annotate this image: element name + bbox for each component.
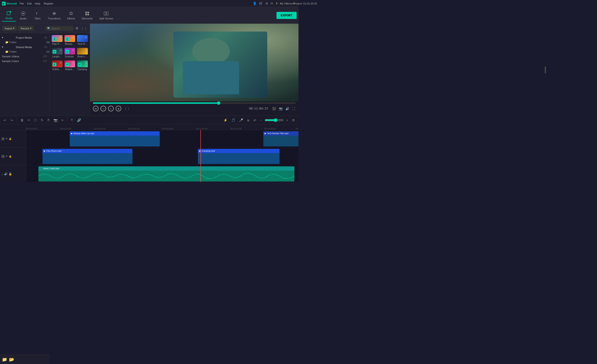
svg-rect-11 (104, 12, 106, 15)
media-item-skateboard[interactable]: ✓ ⊞ Skateboarding (64, 60, 75, 71)
svg-rect-10 (87, 14, 89, 16)
link-button[interactable]: 🔗 (76, 118, 82, 123)
view-button[interactable]: ⋮⋮ (80, 26, 87, 31)
tab-audio[interactable]: Audio (16, 9, 30, 21)
track-eye-icon-1[interactable]: 👁 (5, 137, 8, 140)
rotate-button[interactable]: ↻ (39, 118, 45, 123)
media-thumb-beauty: ✓ ⊞ (64, 35, 75, 42)
shared-media-label: Shared Media (16, 46, 32, 48)
wave-visual (70, 135, 160, 146)
bracket-left: { (125, 107, 126, 110)
menu-help[interactable]: Help (35, 2, 40, 5)
svg-rect-2 (7, 12, 10, 15)
media-item-surprise[interactable]: ✓ ⊞ Surprise (64, 48, 75, 59)
frame-back-button[interactable]: ◁ (101, 106, 106, 111)
record-button[interactable]: Record ▾ (18, 26, 34, 31)
tab-elements[interactable]: Elements (79, 9, 96, 21)
preview-tools: { } (125, 107, 129, 110)
redo-button[interactable]: ↪ (9, 118, 14, 123)
media-item-noodles[interactable]: ⊞ Bowl of Noodles (77, 48, 88, 59)
shared-folder-count: (0) (47, 50, 49, 53)
delete-button[interactable]: 🗑 (19, 118, 25, 123)
media-item-gaming[interactable]: ✓ ⊞ Online Gaming (52, 60, 63, 71)
zoom-out-button[interactable]: − (259, 118, 263, 123)
sidebar-item-sample-colors[interactable]: Sample Colors (15) (0, 59, 49, 63)
account-icon[interactable]: 👤 (253, 2, 257, 5)
export-button[interactable]: EXPORT (276, 12, 297, 19)
skip-back-button[interactable]: ⏮ (93, 106, 99, 111)
download-icon[interactable]: ⬇ (275, 2, 278, 5)
add-clip-button[interactable]: + (69, 117, 74, 123)
tab-media[interactable]: Media (2, 9, 16, 22)
menu-register[interactable]: Register (44, 2, 53, 5)
menu-edit[interactable]: Edit (27, 2, 32, 5)
progress-handle[interactable] (217, 102, 220, 105)
subtitle-button[interactable]: ≣ (246, 118, 251, 123)
tab-effects[interactable]: Effects (64, 9, 78, 21)
sidebar-folder-project[interactable]: 📁 Folder (9) (0, 40, 49, 45)
sidebar-item-project-media[interactable]: ▾ Project Media (9) (0, 35, 49, 40)
mic-button[interactable]: 🎤 (238, 118, 244, 123)
timeline-settings-button[interactable]: ⚙ (291, 118, 296, 123)
adjust-button[interactable]: ≡ (60, 118, 64, 123)
media-item-camping[interactable]: ✓ ⊞ Camping (77, 60, 88, 71)
mirror-button[interactable]: ⥀ (46, 118, 51, 123)
clip-beauty[interactable]: ▶ Beauty Make Up.mp4 (70, 131, 160, 146)
crop-button[interactable]: ⬡ (33, 118, 38, 123)
sample-videos-count: (20) (43, 55, 47, 58)
mail-icon[interactable]: ✉ (271, 2, 273, 5)
media-item-beauty[interactable]: ✓ ⊞ Beauty Make Up (64, 35, 75, 46)
preview-fullscreen-icon[interactable]: ⛶ (292, 106, 296, 111)
svg-point-5 (23, 13, 24, 14)
audio-volume-icon[interactable]: 🔊 (4, 172, 8, 176)
media-item-tech[interactable]: ⊞ Tech Review Title (77, 35, 88, 46)
sidebar: ▾ Project Media (9) 📁 Folder (9) ▾ Share… (0, 33, 50, 116)
audio-svg-wave (38, 171, 294, 182)
cart-icon[interactable]: 🛒 (259, 2, 263, 5)
shared-media-count: (0) (44, 46, 47, 48)
undo-button[interactable]: ↩ (2, 118, 8, 123)
audio-button[interactable]: 🎵 (230, 118, 236, 123)
media-name-camping: Camping (77, 67, 88, 71)
zoom-slider[interactable] (265, 118, 283, 122)
audio-lock-icon[interactable]: 🔓 (8, 172, 12, 176)
progress-bar[interactable] (93, 102, 296, 104)
snapshot-button[interactable]: 📷 (52, 118, 59, 123)
play-button[interactable]: ▷ (108, 106, 114, 111)
clip-camping[interactable]: ▶ Camping.mp4 (198, 149, 280, 164)
track-lock-icon-1[interactable]: 🔓 (9, 137, 12, 140)
tab-transitions[interactable]: Transitions (45, 9, 64, 21)
track-eye-icon-2[interactable]: 👁 (5, 155, 8, 158)
media-thumb-surprise: ✓ ⊞ (64, 48, 75, 55)
preview-snapshot-icon[interactable]: 📷 (278, 106, 283, 111)
media-item-dog[interactable]: ✓ ⊞ Laughing Dog (52, 48, 63, 59)
preview-volume-icon[interactable]: 🔊 (285, 106, 290, 111)
import-button[interactable]: Import ▾ (2, 26, 17, 31)
zoom-in-button[interactable]: + (285, 118, 289, 123)
tab-titles[interactable]: T Titles (30, 9, 45, 21)
audio-clip-music[interactable]: 🎵 Music Track.mp3 (38, 166, 294, 182)
media-grid-icon-camping: ⊞ (85, 61, 87, 64)
clip-playroom[interactable]: ▶ Play Room.mp4 (42, 149, 133, 164)
tab-split-screen[interactable]: Split Screen (96, 9, 117, 21)
media-item-playroom[interactable]: ✓ ⊞ Play Room (52, 35, 63, 46)
motion-button[interactable]: ⚡ (222, 118, 229, 123)
preview-pip-icon[interactable]: ⬛ (272, 106, 276, 111)
media-icon[interactable]: 🖥 (265, 2, 268, 5)
transition-tl-button[interactable]: ⇄ (252, 118, 258, 123)
filter-button[interactable]: ⚙ (75, 26, 79, 31)
sidebar-item-sample-videos[interactable]: Sample Videos (20) (0, 54, 49, 59)
clip-tech[interactable]: ▶ Tech Review Title.mp4 (263, 131, 299, 146)
track-lock-icon-2[interactable]: 🔓 (9, 155, 12, 158)
cut-button[interactable]: ✂ (26, 118, 31, 123)
menu-file[interactable]: File (20, 2, 24, 5)
stop-button[interactable]: ■ (116, 106, 121, 111)
tab-media-label: Media (5, 17, 13, 20)
media-thumb-gaming: ✓ ⊞ (52, 60, 63, 67)
timeline-ruler[interactable]: 00:00:00:00 00:02:00:00 00:04:00:00 00:0… (26, 124, 298, 130)
search-input[interactable] (52, 27, 71, 30)
sidebar-folder-shared[interactable]: 📁 Folder (0) (0, 49, 49, 54)
track-label-audio: ♪ 🔊 🔓 (0, 165, 26, 182)
svg-rect-9 (85, 14, 87, 16)
sidebar-item-shared-media[interactable]: ▾ Shared Media (0) (0, 45, 49, 49)
